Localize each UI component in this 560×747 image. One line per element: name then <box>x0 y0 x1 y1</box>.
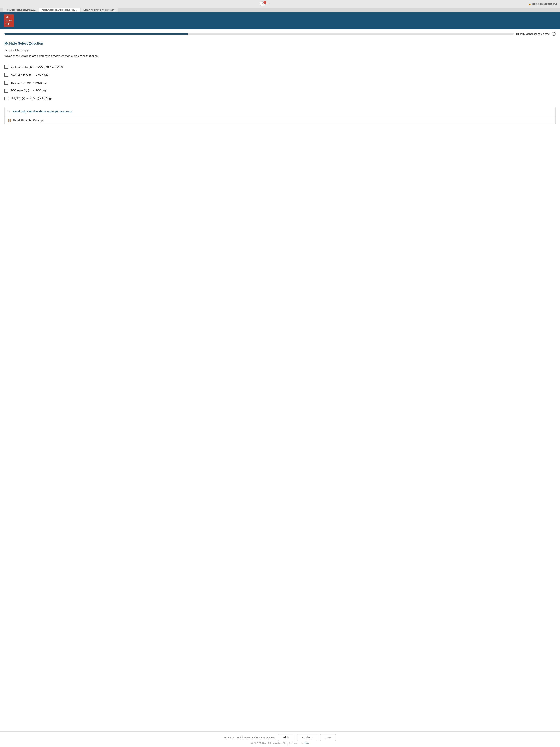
lock-area: 🔒 learning.mheducation.c <box>528 2 557 5</box>
option-3-text: 3Mg (s) + N2 (g) → Mg3N2 (s) <box>11 81 47 85</box>
help-title: Need help? Review these concept resource… <box>13 110 73 113</box>
progress-filled <box>4 33 188 35</box>
option-2[interactable]: K2O (s) + H2O (l) → 2KOH (aq) <box>4 73 556 77</box>
privacy-link[interactable]: Priv <box>305 742 309 744</box>
question-container: Multiple Select Question Select all that… <box>0 37 560 65</box>
mcgraw-header: Mc Graw Hill <box>0 12 560 29</box>
option-2-text: K2O (s) + H2O (l) → 2KOH (aq) <box>11 73 49 77</box>
confidence-label: Rate your confidence to submit your answ… <box>224 736 275 739</box>
tab-bar: e.coastal.edu/pluginfile.php/106... http… <box>0 7 560 12</box>
help-section: ⊙ Need help? Review these concept resour… <box>4 107 556 124</box>
question-instruction: Select all that apply <box>4 49 556 52</box>
tab-2[interactable]: https://moodle.coastal.edu/pluginfile.ph… <box>39 7 80 12</box>
question-type-label: Multiple Select Question <box>4 42 556 46</box>
option-1-text: C2H4 (g) + 3O2 (g) → 2CO2 (g) + 2H2O (g) <box>11 65 63 69</box>
domain-label: learning.mheducation.c <box>532 2 557 5</box>
question-text: Which of the following are combination r… <box>4 54 556 58</box>
progress-of: of <box>519 32 522 35</box>
help-content: 📋 Read About the Concept <box>5 116 555 124</box>
mcgraw-logo: Mc Graw Hill <box>4 15 14 27</box>
checkbox-5[interactable] <box>4 97 8 100</box>
read-concept-link[interactable]: 📋 Read About the Concept <box>7 119 553 122</box>
menu-icon[interactable]: ≡ <box>267 2 269 6</box>
checkbox-4[interactable] <box>4 89 8 93</box>
confidence-medium-button[interactable]: Medium <box>297 734 317 741</box>
checkbox-1[interactable] <box>4 65 8 69</box>
tab-3[interactable]: Explain the different types of chemi <box>81 7 117 12</box>
confidence-low-button[interactable]: Low <box>320 734 336 741</box>
confidence-row: Rate your confidence to submit your answ… <box>4 734 556 741</box>
tab-1[interactable]: e.coastal.edu/pluginfile.php/106... <box>3 7 38 12</box>
readwise-badge: 2 <box>263 1 266 4</box>
page-wrapper: Mc Graw Hill 13 of 36 Concepts completed… <box>0 12 560 744</box>
copyright-text: © 2021 McGraw-Hill Education. All Rights… <box>4 741 556 744</box>
browser-chrome: h 2 ≡ 🔒 learning.mheducation.c e.coastal… <box>0 0 560 12</box>
answer-options: C2H4 (g) + 3O2 (g) → 2CO2 (g) + 2H2O (g)… <box>0 65 560 101</box>
option-4-text: 2CO (g) + O2 (g) → 2CO2 (g) <box>11 88 47 93</box>
chevron-down-icon: ⊙ <box>7 110 11 113</box>
readwise-label: h <box>262 2 263 5</box>
progress-bar <box>4 33 514 35</box>
progress-area: 13 of 36 Concepts completed i <box>0 29 560 37</box>
help-toggle[interactable]: ⊙ Need help? Review these concept resour… <box>5 107 555 116</box>
option-1[interactable]: C2H4 (g) + 3O2 (g) → 2CO2 (g) + 2H2O (g) <box>4 65 556 69</box>
checkbox-3[interactable] <box>4 81 8 85</box>
option-5-text: NH4NO3 (s) → N2O (g) + H2O (g) <box>11 96 52 101</box>
confidence-high-button[interactable]: High <box>278 734 294 741</box>
readwise-button[interactable]: h 2 <box>260 1 266 6</box>
address-bar: h 2 ≡ <box>3 1 526 6</box>
browser-toolbar: h 2 ≡ 🔒 learning.mheducation.c <box>0 0 560 7</box>
option-5[interactable]: NH4NO3 (s) → N2O (g) + H2O (g) <box>4 96 556 101</box>
book-icon: 📋 <box>7 119 11 122</box>
lock-icon: 🔒 <box>528 2 531 5</box>
option-4[interactable]: 2CO (g) + O2 (g) → 2CO2 (g) <box>4 88 556 93</box>
progress-text: 13 of 36 Concepts completed <box>516 32 550 35</box>
read-concept-label: Read About the Concept <box>13 119 43 122</box>
page-footer: Rate your confidence to submit your answ… <box>0 731 560 747</box>
info-icon[interactable]: i <box>552 32 556 36</box>
progress-suffix: Concepts completed <box>526 32 550 35</box>
option-3[interactable]: 3Mg (s) + N2 (g) → Mg3N2 (s) <box>4 81 556 85</box>
checkbox-2[interactable] <box>4 73 8 77</box>
